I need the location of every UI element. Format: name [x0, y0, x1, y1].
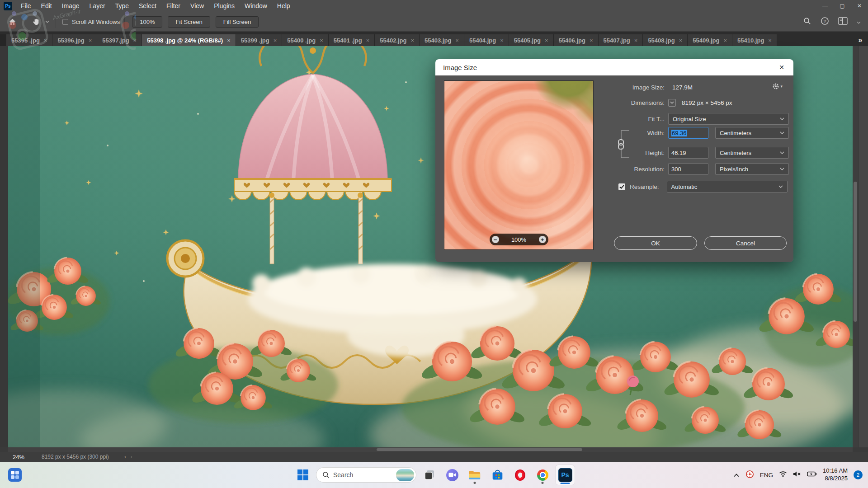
document-tab[interactable]: 55404.jpg×	[464, 34, 509, 46]
tab-close-icon[interactable]: ×	[274, 37, 277, 44]
menu-help[interactable]: Help	[272, 0, 295, 12]
file-explorer-icon[interactable]	[465, 465, 484, 485]
search-icon[interactable]	[803, 17, 811, 27]
document-tab[interactable]: 55402.jpg×	[375, 34, 420, 46]
battery-charging-icon[interactable]	[807, 471, 817, 479]
search-input[interactable]	[333, 471, 392, 479]
tab-close-icon[interactable]: ×	[500, 37, 504, 44]
task-view-icon[interactable]	[420, 465, 439, 485]
tab-close-icon[interactable]: ×	[44, 37, 47, 44]
tab-close-icon[interactable]: ×	[590, 37, 593, 44]
menu-plugins[interactable]: Plugins	[209, 0, 240, 12]
menu-type[interactable]: Type	[110, 0, 134, 12]
zoom-100-button[interactable]: 100%	[132, 16, 162, 28]
widgets-icon[interactable]	[8, 468, 22, 483]
zoom-level[interactable]: 24%	[0, 454, 42, 460]
document-tab[interactable]: 55399 .jpg×	[236, 34, 282, 46]
document-tab[interactable]: 55405.jpg×	[509, 34, 554, 46]
document-tab[interactable]: 55408.jpg×	[643, 34, 688, 46]
fill-screen-button[interactable]: Fill Screen	[216, 16, 259, 28]
document-tab[interactable]: 55409.jpg×	[688, 34, 732, 46]
fit-to-dropdown[interactable]: Original Size	[668, 113, 789, 125]
horizontal-scrollbar-thumb[interactable]	[377, 448, 582, 451]
chrome-icon[interactable]	[533, 465, 552, 485]
minimize-button[interactable]: —	[816, 0, 834, 12]
clock[interactable]: 10:16 AM 8/8/2025	[823, 467, 848, 483]
chevron-down-icon[interactable]	[857, 18, 861, 26]
tab-close-icon[interactable]: ×	[133, 37, 137, 44]
width-input[interactable]: 69.36	[668, 127, 708, 139]
maximize-button[interactable]: ▢	[834, 0, 851, 12]
tray-chevron-up-icon[interactable]	[733, 471, 740, 479]
document-tab[interactable]: 55397.jpg×	[97, 34, 142, 46]
vertical-scrollbar[interactable]	[853, 46, 858, 447]
search-image-thumbnail[interactable]	[396, 469, 414, 481]
document-tab[interactable]: 55398 .jpg @ 24% (RGB/8#)×	[142, 34, 236, 46]
tab-close-icon[interactable]: ×	[89, 37, 92, 44]
volume-muted-icon[interactable]	[793, 471, 801, 479]
gear-icon[interactable]: ▾	[772, 83, 783, 90]
document-tab[interactable]: 55401 .jpg×	[329, 34, 375, 46]
tab-close-icon[interactable]: ×	[410, 37, 414, 44]
status-chevron-left-icon[interactable]: ‹	[131, 454, 132, 460]
opera-icon[interactable]	[510, 465, 529, 485]
resample-checkbox[interactable]	[618, 183, 625, 190]
document-tab[interactable]: 55406.jpg×	[554, 34, 599, 46]
menu-select[interactable]: Select	[134, 0, 161, 12]
screen-recorder-icon[interactable]	[745, 470, 754, 480]
width-unit-dropdown[interactable]: Centimeters	[715, 127, 789, 139]
height-unit-dropdown[interactable]: Centimeters	[715, 147, 789, 159]
cancel-button[interactable]: Cancel	[704, 236, 787, 250]
notification-badge[interactable]: 2	[854, 470, 863, 479]
menu-view[interactable]: View	[185, 0, 209, 12]
document-tab[interactable]: 55395 .jpg×	[6, 34, 52, 46]
menu-window[interactable]: Window	[240, 0, 272, 12]
vertical-scrollbar-thumb[interactable]	[854, 182, 857, 322]
tab-overflow-button[interactable]: »	[853, 34, 868, 46]
tab-close-icon[interactable]: ×	[320, 37, 323, 44]
menu-file[interactable]: File	[16, 0, 36, 12]
horizontal-scrollbar[interactable]	[8, 447, 853, 452]
tab-close-icon[interactable]: ×	[724, 37, 727, 44]
document-tab[interactable]: 55410.jpg×	[732, 34, 777, 46]
taskbar-search[interactable]	[316, 467, 416, 483]
hand-tool-chevron-icon[interactable]	[43, 20, 51, 23]
tab-close-icon[interactable]: ×	[679, 37, 683, 44]
menu-edit[interactable]: Edit	[36, 0, 57, 12]
tab-close-icon[interactable]: ×	[227, 37, 231, 44]
resolution-unit-dropdown[interactable]: Pixels/Inch	[715, 163, 789, 175]
resample-dropdown[interactable]: Automatic	[667, 181, 788, 192]
home-icon[interactable]	[5, 18, 19, 26]
menu-filter[interactable]: Filter	[161, 0, 185, 12]
image-preview[interactable]: − 100% +	[444, 80, 594, 250]
document-tab[interactable]: 55407.jpg×	[599, 34, 643, 46]
tab-close-icon[interactable]: ×	[634, 37, 638, 44]
workspace-panel-icon[interactable]	[838, 17, 848, 27]
start-button[interactable]	[293, 465, 312, 485]
language-indicator[interactable]: ENG	[760, 472, 773, 479]
preview-zoom-out-button[interactable]: −	[492, 236, 499, 243]
status-chevron-right-icon[interactable]: ›	[124, 454, 126, 460]
close-button[interactable]: ✕	[851, 0, 868, 12]
fit-screen-button[interactable]: Fit Screen	[168, 16, 210, 28]
photoshop-taskbar-icon[interactable]: Ps	[556, 465, 575, 485]
wifi-icon[interactable]	[779, 471, 787, 479]
document-tab[interactable]: 55400 .jpg×	[282, 34, 328, 46]
help-icon[interactable]: ?	[821, 17, 829, 27]
tab-close-icon[interactable]: ×	[768, 37, 772, 44]
dimensions-unit-dropdown[interactable]	[668, 99, 676, 107]
preview-zoom-in-button[interactable]: +	[539, 236, 546, 243]
dialog-title-bar[interactable]: Image Size ✕	[435, 59, 793, 75]
scroll-all-windows-checkbox[interactable]	[62, 19, 68, 25]
document-tab[interactable]: 55403.jpg×	[420, 34, 464, 46]
tab-close-icon[interactable]: ×	[366, 37, 370, 44]
resolution-input[interactable]: 300	[668, 163, 708, 175]
hand-tool-icon[interactable]	[29, 17, 43, 26]
height-input[interactable]: 46.19	[668, 147, 708, 159]
tab-close-icon[interactable]: ×	[455, 37, 459, 44]
chat-icon[interactable]	[443, 465, 462, 485]
microsoft-store-icon[interactable]	[488, 465, 507, 485]
menu-layer[interactable]: Layer	[85, 0, 110, 12]
ok-button[interactable]: OK	[614, 236, 697, 250]
menu-image[interactable]: Image	[57, 0, 85, 12]
